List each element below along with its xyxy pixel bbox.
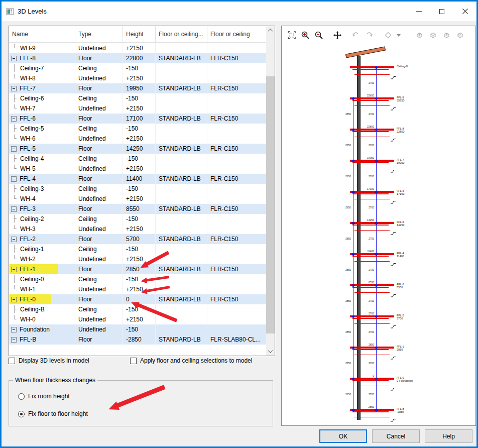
fix-floor-to-floor-option[interactable]: Fix floor to floor height	[18, 410, 88, 417]
floor-material-2	[207, 164, 266, 174]
table-row-ffl-1[interactable]: FFL-1Floor2850STANDARD-LBFLR-C150	[9, 264, 266, 274]
collapse-icon[interactable]	[11, 206, 17, 212]
cancel-button[interactable]: Cancel	[372, 429, 420, 443]
table-row-wh-4[interactable]: └WH-4Undefined+2150	[9, 194, 266, 204]
table-row-ceiling-1[interactable]: ├Ceiling-1Ceiling-150	[9, 244, 266, 254]
level-type: Ceiling	[75, 124, 123, 134]
elevation-preview-canvas[interactable]: Ceiling-825650FFL-925650270022800FFL-822…	[282, 45, 475, 425]
collapse-icon[interactable]	[11, 297, 17, 302]
floor-material-1: STANDARD-LB	[156, 204, 207, 214]
table-row-wh-3[interactable]: └WH-3Undefined+2150	[9, 224, 266, 234]
table-row-ceiling-5[interactable]: ├Ceiling-5Ceiling-150	[9, 124, 266, 134]
column-header-name[interactable]: Name	[9, 26, 75, 42]
rotate-left-button[interactable]	[349, 29, 363, 42]
close-button[interactable]	[453, 2, 476, 21]
table-scrollbar[interactable]	[266, 26, 275, 356]
table-row-ceiling-2[interactable]: ├Ceiling-2Ceiling-150	[9, 214, 266, 224]
table-row-ffl-8[interactable]: FFL-8Floor22800STANDARD-LBFLR-C150	[9, 53, 266, 63]
help-button[interactable]: Help	[425, 429, 472, 443]
maximize-button[interactable]	[430, 2, 453, 21]
fix-room-height-radio[interactable]	[18, 393, 25, 400]
zoom-out-button[interactable]	[312, 29, 325, 42]
center-view-button[interactable]	[381, 29, 395, 42]
window-title: 3D Levels	[18, 8, 47, 15]
level-type: Undefined	[75, 284, 123, 294]
table-row-wh-9[interactable]: └WH-9Undefined+2150	[9, 43, 266, 53]
rotate-right-button[interactable]	[363, 29, 376, 42]
table-row-wh-0[interactable]: └WH-0Undefined+2150	[9, 314, 266, 324]
table-row-ceiling-0[interactable]: ├Ceiling-0Ceiling-150	[9, 274, 266, 284]
axon-view-2-button[interactable]	[426, 29, 440, 42]
level-name: WH-1	[20, 284, 36, 294]
floor-material-2: FLR-C150	[207, 144, 266, 154]
table-row-wh-1[interactable]: └WH-1Undefined+2150	[9, 284, 266, 294]
table-row-ceiling-4[interactable]: ├Ceiling-4Ceiling-150	[9, 154, 266, 164]
collapse-icon[interactable]	[11, 237, 17, 242]
table-row-ceiling-6[interactable]: ├Ceiling-6Ceiling-150	[9, 93, 266, 103]
zoom-window-button[interactable]	[285, 29, 298, 42]
display-3d-levels-checkbox[interactable]	[9, 358, 15, 364]
collapse-icon[interactable]	[11, 176, 17, 182]
axon-view-4-button[interactable]	[453, 29, 467, 42]
level-name: FFL-3	[20, 204, 36, 214]
table-row-wh-8[interactable]: └WH-8Undefined+2150	[9, 73, 266, 83]
scroll-up-button[interactable]	[266, 26, 275, 35]
floor-material-1	[156, 194, 207, 204]
rotate-right-icon	[365, 31, 374, 40]
preview-toolbar	[282, 26, 475, 44]
table-row-wh-2[interactable]: └WH-2Undefined+2150	[9, 254, 266, 264]
table-row-ffl-4[interactable]: FFL-4Floor11400STANDARD-LBFLR-C150	[9, 174, 266, 184]
zoom-in-button[interactable]	[298, 29, 312, 42]
apply-selections-checkbox[interactable]	[130, 358, 137, 364]
column-header-type[interactable]: Type	[75, 26, 123, 42]
ok-button[interactable]: OK	[319, 429, 367, 443]
collapse-icon[interactable]	[11, 267, 17, 272]
collapse-icon[interactable]	[11, 86, 17, 91]
level-height: -150	[123, 304, 156, 314]
level-height: -150	[123, 184, 156, 194]
center-view-dropdown[interactable]	[395, 29, 403, 42]
level-height: -2850	[123, 334, 156, 345]
table-row-ceiling-7[interactable]: ├Ceiling-7Ceiling-150	[9, 63, 266, 73]
level-name: FFL-6	[20, 114, 36, 124]
collapse-icon[interactable]	[11, 146, 17, 152]
axon-view-3-button[interactable]	[440, 29, 453, 42]
apply-selections-option[interactable]: Apply floor and ceiling selections to mo…	[130, 357, 252, 364]
fix-room-height-option[interactable]: Fix room height	[18, 393, 70, 400]
table-row-wh-6[interactable]: └WH-6Undefined+2150	[9, 134, 266, 144]
scroll-down-button[interactable]	[266, 347, 275, 356]
collapse-icon[interactable]	[11, 327, 17, 332]
table-row-foundation[interactable]: FoundationUndefined-150	[9, 324, 266, 334]
table-row-wh-5[interactable]: └WH-5Undefined+2150	[9, 164, 266, 174]
table-row-ffl-6[interactable]: FFL-6Floor17100STANDARD-LBFLR-C150	[9, 114, 266, 124]
scrollbar-thumb[interactable]	[266, 76, 275, 333]
column-header-floor-or-ceiling-1[interactable]: Floor or ceiling...	[156, 26, 207, 42]
collapse-icon[interactable]	[11, 116, 17, 122]
chevron-up-icon	[268, 29, 273, 34]
cell-name: ├Ceiling-2	[9, 214, 75, 224]
axon-view-1-button[interactable]	[413, 29, 426, 42]
table-row-ceiling-3[interactable]: ├Ceiling-3Ceiling-150	[9, 184, 266, 194]
table-row-ffl-0[interactable]: FFL-0Floor0STANDARD-LBFLR-C150	[9, 294, 266, 304]
zoom-in-icon	[301, 31, 310, 40]
column-header-height[interactable]: Height	[123, 26, 156, 42]
pan-button[interactable]	[330, 29, 344, 42]
level-height: 11400	[123, 174, 156, 184]
table-row-ffl-2[interactable]: FFL-2Floor5700STANDARD-LBFLR-C150	[9, 234, 266, 244]
table-row-ceiling-b[interactable]: ├Ceiling-BCeiling-150	[9, 304, 266, 314]
display-3d-levels-option[interactable]: Display 3D levels in model	[9, 357, 89, 364]
column-header-floor-or-ceiling-2[interactable]: Floor or ceiling	[207, 26, 266, 42]
table-row-ffl-7[interactable]: FFL-7Floor19950STANDARD-LBFLR-C150	[9, 83, 266, 93]
table-row-ffl-3[interactable]: FFL-3Floor8550STANDARD-LBFLR-C150	[9, 204, 266, 214]
collapse-icon[interactable]	[11, 56, 17, 61]
minimize-button[interactable]	[407, 2, 430, 21]
table-row-ffl-b[interactable]: FFL-BFloor-2850STANDARD-LBFLR-SLAB80-CL.…	[9, 334, 266, 345]
level-name: WH-3	[20, 224, 36, 234]
fix-floor-to-floor-radio[interactable]	[18, 411, 25, 417]
cell-name: └WH-1	[9, 284, 75, 294]
ceiling-line	[354, 137, 390, 137]
level-name: FFL-0	[20, 294, 36, 304]
table-row-ffl-5[interactable]: FFL-5Floor14250STANDARD-LBFLR-C150	[9, 144, 266, 154]
table-row-wh-7[interactable]: └WH-7Undefined+2150	[9, 103, 266, 114]
collapse-icon[interactable]	[11, 337, 17, 343]
